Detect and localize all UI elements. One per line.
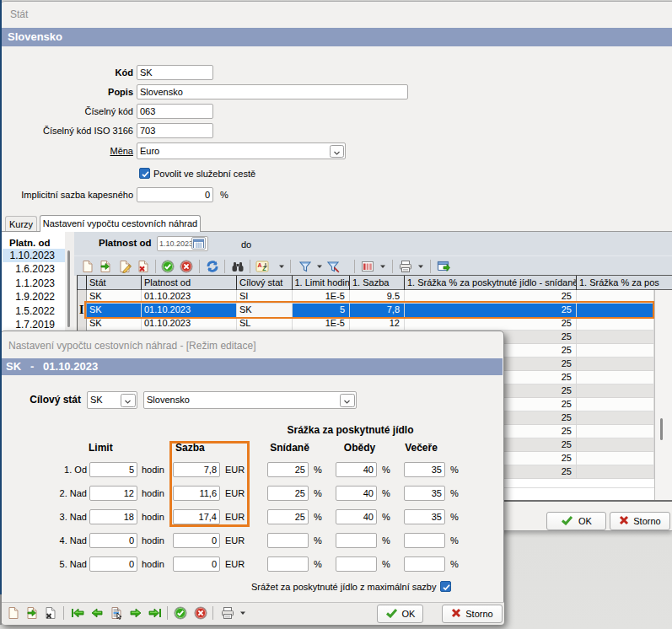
svg-text:A: A [258,262,262,268]
